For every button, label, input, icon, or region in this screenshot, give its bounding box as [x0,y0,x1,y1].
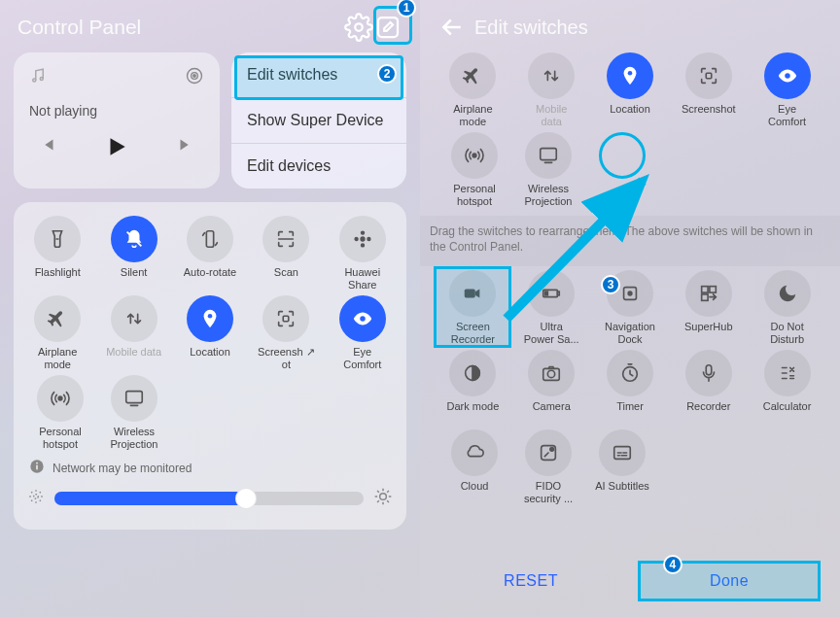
media-card[interactable]: Not playing [14,52,220,189]
switch-label: Recorder [686,400,730,426]
switch-screenshot[interactable]: Screenshot [672,52,746,128]
switch-mobile-data[interactable]: Mobile data [97,295,171,371]
brightness-low-icon [27,488,45,509]
settings-icon[interactable] [344,13,373,42]
page-title: Edit switches [474,17,588,39]
switch-airplane-mode[interactable]: Airplane mode [436,52,509,128]
empty-slot [599,132,646,179]
svg-rect-31 [558,292,560,296]
switch-airplane-mode[interactable]: Airplane mode [20,295,94,371]
svg-point-22 [34,495,39,499]
switch-camera[interactable]: Camera [514,350,588,426]
hotspot-icon [37,375,84,422]
svg-rect-1 [378,17,398,37]
switch-label: Airplane mode [453,103,492,128]
switch-label: Eye Comfort [343,346,381,371]
cast-icon [525,132,572,179]
brightness-slider[interactable] [54,492,364,505]
svg-rect-25 [706,73,712,79]
reset-button[interactable]: RESET [443,563,618,600]
switch-ai-subtitles[interactable]: AI Subtitles [585,429,659,505]
switch-label: Location [190,346,230,371]
switch-recorder[interactable]: Recorder [672,350,746,426]
svg-point-44 [550,448,554,452]
switch-silent[interactable]: Silent [97,216,171,291]
camera-icon [528,350,575,396]
switch-label: SuperHub [684,321,733,346]
switch-label: Calculator [763,400,812,426]
svg-point-26 [785,73,790,79]
switch-fido-security-[interactable]: FIDO security ... [511,429,585,505]
timer-icon [607,350,653,396]
switch-label: Airplane mode [38,346,77,371]
switch-wireless-projection[interactable]: Wireless Projection [511,132,585,208]
switch-personal-hotspot[interactable]: Personal hotspot [438,132,511,208]
svg-point-10 [355,238,358,241]
step-badge-2: 2 [377,64,397,84]
switch-wireless-projection[interactable]: Wireless Projection [97,375,171,451]
switch-ultra-power-sa-[interactable]: Ultra Power Sa... [514,270,588,346]
switch-personal-hotspot[interactable]: Personal hotspot [23,375,97,451]
switch-cloud[interactable]: Cloud [438,429,511,505]
hotspot-icon [451,132,498,179]
switch-label: Wireless Projection [525,183,573,208]
switch-timer[interactable]: Timer [593,350,667,426]
switch-screensh-ot[interactable]: Screensh ↗ ot [249,295,323,371]
switch-huawei-share[interactable]: Huawei Share [326,216,400,291]
switch-label: FIDO security ... [524,480,573,505]
menu-edit-devices[interactable]: Edit devices [231,143,406,189]
bell-off-icon [111,216,158,262]
switch-screen-recorder[interactable]: Screen Recorder [436,270,509,346]
switch-label: Auto-rotate [184,266,236,291]
done-button[interactable]: Done 4 [642,563,817,600]
menu-show-super-device[interactable]: Show Super Device [231,97,406,143]
switch-label: Screensh ↗ ot [258,346,315,371]
drag-hint: Drag the switches to rearrange them. The… [420,216,840,266]
svg-point-34 [628,292,632,296]
switch-eye-comfort[interactable]: Eye Comfort [751,52,824,128]
audio-output-icon[interactable] [185,66,204,89]
info-icon [29,459,45,477]
switch-dark-mode[interactable]: Dark mode [436,350,509,426]
switch-label: Timer [616,400,644,426]
switch-eye-comfort[interactable]: Eye Comfort [326,295,400,371]
svg-point-0 [355,23,363,31]
svg-point-27 [472,154,476,157]
switch-calculator[interactable]: Calculator [751,350,824,426]
svg-point-23 [380,494,387,500]
edit-icon[interactable] [373,13,402,42]
back-icon[interactable] [438,13,467,42]
switch-scan[interactable]: Scan [249,216,323,291]
switch-superhub[interactable]: SuperHub [672,270,746,346]
switch-label: Navigation Dock [605,321,655,346]
switch-label: Screenshot [682,103,736,128]
switch-label: Personal hotspot [453,183,495,208]
switch-location[interactable]: Location [593,52,667,128]
switch-do-not-disturb[interactable]: Do Not Disturb [751,270,824,346]
switch-auto-rotate[interactable]: Auto-rotate [173,216,247,291]
svg-point-12 [361,231,364,234]
music-note-icon [29,67,47,88]
switch-label: Location [610,103,650,128]
switch-label: Flashlight [35,266,81,291]
play-icon[interactable] [104,134,129,163]
switch-label: Screen Recorder [451,321,495,346]
mic-icon [685,350,732,396]
switch-flashlight[interactable]: Flashlight [20,216,94,291]
next-icon[interactable] [175,134,196,163]
svg-rect-18 [126,392,143,403]
svg-point-2 [33,79,36,82]
plane-icon [449,52,496,99]
switch-mobile-data[interactable]: Mobile data [514,52,588,128]
edit-menu: 2 Edit switches Show Super Device Edit d… [231,52,406,189]
switches-panel: FlashlightSilentAuto-rotateScanHuawei Sh… [14,202,406,530]
switch-location[interactable]: Location [173,295,247,371]
moon-icon [764,270,811,317]
svg-rect-36 [710,287,716,292]
svg-rect-42 [706,365,712,375]
flashlight-icon [34,216,81,262]
switch-label: Mobile data [536,103,567,128]
prev-icon[interactable] [37,134,58,163]
switch-label: Cloud [461,480,489,505]
calc-icon [764,350,811,396]
